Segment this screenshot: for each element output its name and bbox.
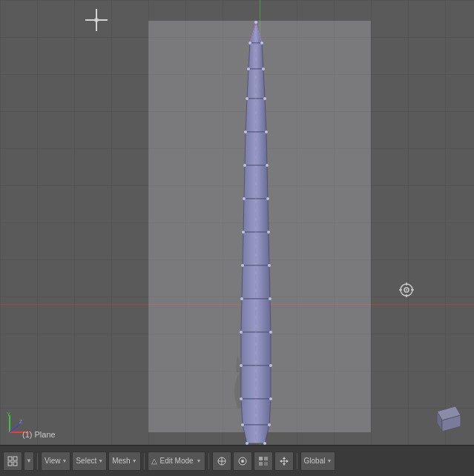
svg-point-35 bbox=[240, 297, 243, 300]
svg-point-25 bbox=[244, 130, 247, 133]
svg-rect-75 bbox=[264, 462, 268, 466]
sword-mesh bbox=[219, 21, 293, 445]
svg-point-44 bbox=[268, 423, 271, 426]
svg-point-41 bbox=[240, 397, 243, 400]
svg-point-22 bbox=[262, 67, 265, 70]
svg-point-37 bbox=[240, 331, 243, 334]
svg-point-21 bbox=[247, 67, 250, 70]
svg-rect-65 bbox=[8, 462, 12, 466]
svg-point-42 bbox=[269, 397, 272, 400]
svg-point-24 bbox=[263, 97, 266, 100]
svg-point-34 bbox=[268, 264, 271, 267]
svg-point-43 bbox=[241, 423, 244, 426]
proportional-button[interactable] bbox=[254, 452, 273, 471]
grid-button[interactable] bbox=[3, 452, 22, 471]
svg-point-40 bbox=[269, 364, 272, 367]
svg-point-23 bbox=[246, 97, 248, 100]
select-menu[interactable]: Select ▼ bbox=[72, 452, 107, 471]
transform-button[interactable] bbox=[212, 452, 231, 471]
select-label: Select bbox=[76, 457, 96, 465]
svg-point-70 bbox=[241, 460, 244, 463]
separator-2 bbox=[144, 453, 145, 469]
svg-point-39 bbox=[240, 364, 243, 367]
svg-point-19 bbox=[248, 42, 251, 44]
global-dropdown[interactable]: Global ▼ bbox=[300, 452, 336, 471]
svg-rect-66 bbox=[13, 462, 17, 466]
mode-dropdown-arrow: ▼ bbox=[197, 458, 202, 463]
svg-point-26 bbox=[265, 130, 268, 133]
select-dropdown-arrow: ▼ bbox=[98, 458, 103, 463]
mode-icon: △ bbox=[151, 457, 157, 465]
viewport[interactable]: X Y Z (1) Plane bbox=[0, 0, 474, 445]
svg-rect-74 bbox=[259, 462, 263, 466]
edit-mode-dropdown[interactable]: △ Edit Mode ▼ bbox=[148, 452, 205, 471]
plane-label: (1) Plane bbox=[22, 430, 56, 439]
separator-3 bbox=[208, 453, 209, 469]
svg-point-29 bbox=[243, 197, 246, 200]
edit-mode-label: Edit Mode bbox=[160, 457, 194, 465]
bottom-toolbar: ▼ View ▼ Select ▼ Mesh ▼ △ Edit Mode ▼ bbox=[0, 445, 474, 476]
view-menu[interactable]: View ▼ bbox=[41, 452, 70, 471]
mesh-label: Mesh bbox=[112, 457, 130, 465]
view-cube[interactable] bbox=[429, 400, 467, 437]
global-dropdown-arrow: ▼ bbox=[326, 458, 332, 463]
svg-point-28 bbox=[266, 164, 269, 167]
view-label: View bbox=[45, 457, 61, 465]
snap-button[interactable] bbox=[233, 452, 252, 471]
separator-1 bbox=[37, 453, 38, 469]
svg-line-59 bbox=[10, 425, 19, 432]
svg-point-36 bbox=[269, 297, 271, 300]
separator-4 bbox=[297, 453, 297, 469]
svg-point-49 bbox=[406, 289, 407, 291]
svg-point-20 bbox=[260, 42, 263, 44]
crosshair-icon bbox=[85, 9, 108, 31]
mesh-dropdown-arrow: ▼ bbox=[132, 458, 137, 463]
svg-point-27 bbox=[243, 164, 246, 167]
svg-rect-73 bbox=[264, 457, 268, 460]
move-button[interactable] bbox=[274, 452, 294, 471]
svg-text:Y: Y bbox=[7, 411, 11, 417]
svg-rect-63 bbox=[8, 457, 12, 460]
svg-point-30 bbox=[266, 197, 269, 200]
grid-dropdown-arrow[interactable]: ▼ bbox=[24, 452, 34, 471]
svg-point-18 bbox=[254, 21, 258, 24]
svg-rect-64 bbox=[13, 457, 17, 460]
pivot-icon bbox=[398, 282, 415, 298]
svg-point-33 bbox=[241, 264, 244, 267]
mesh-menu[interactable]: Mesh ▼ bbox=[108, 452, 140, 471]
view-dropdown-arrow: ▼ bbox=[62, 458, 68, 463]
svg-point-32 bbox=[267, 231, 270, 234]
svg-marker-0 bbox=[250, 22, 262, 43]
svg-point-38 bbox=[269, 331, 272, 334]
svg-point-31 bbox=[242, 231, 245, 234]
svg-rect-72 bbox=[259, 457, 263, 460]
global-label: Global bbox=[304, 457, 326, 465]
svg-text:Z: Z bbox=[19, 419, 23, 424]
crosshair-center bbox=[94, 18, 99, 22]
